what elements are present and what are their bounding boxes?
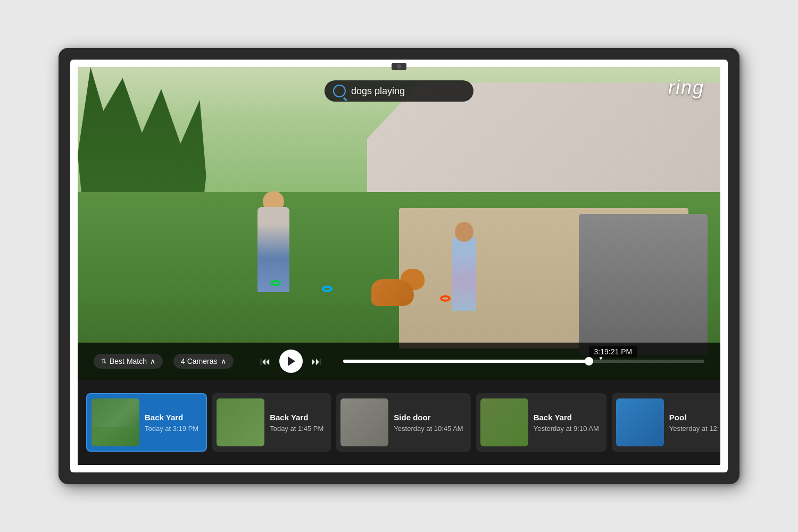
dog <box>371 269 425 311</box>
thumbnail-image <box>217 398 264 446</box>
thumbnail-image <box>616 398 664 446</box>
clip-thumbnail <box>92 398 139 446</box>
thumbnail-image <box>92 398 139 446</box>
toy-ring-3 <box>270 280 281 286</box>
video-area[interactable]: ring dogs playing <box>78 67 720 380</box>
timeline-thumb[interactable] <box>585 357 593 365</box>
thumbnail-image <box>480 398 528 446</box>
clip-item[interactable]: Back Yard Yesterday at 9:10 AM <box>476 393 606 452</box>
girl-body <box>452 237 476 311</box>
play-icon <box>288 356 295 366</box>
controls-bar: ⇅ Best Match ∧ 4 Cameras ∧ ⏮ ⏭ 3:19:21 <box>78 343 720 380</box>
clip-time: Yesterday at 12: <box>669 425 719 433</box>
video-background <box>78 67 720 380</box>
clip-time: Today at 1:45 PM <box>270 425 323 433</box>
clip-location: Side door <box>394 413 463 422</box>
figure-girl <box>452 237 476 311</box>
dog-body <box>371 279 414 306</box>
outdoor-kitchen <box>579 214 708 355</box>
clip-info: Side door Yesterday at 10:45 AM <box>394 413 463 433</box>
clip-info: Back Yard Yesterday at 9:10 AM <box>534 413 599 433</box>
clip-time: Yesterday at 9:10 AM <box>534 425 599 433</box>
clip-location: Pool <box>669 413 719 422</box>
clip-info: Pool Yesterday at 12: <box>669 413 719 433</box>
play-button[interactable] <box>279 350 303 373</box>
clips-row: Back Yard Today at 3:19 PM Back Yard Tod… <box>78 380 720 465</box>
cameras-button[interactable]: 4 Cameras ∧ <box>173 354 233 369</box>
sort-label: Best Match <box>110 357 147 365</box>
search-icon <box>333 85 346 97</box>
clip-item[interactable]: Back Yard Today at 1:45 PM <box>212 393 331 452</box>
clip-location: Back Yard <box>145 413 198 422</box>
sort-chevron: ∧ <box>150 357 155 365</box>
clip-item[interactable]: Side door Yesterday at 10:45 AM <box>336 393 470 452</box>
cameras-label: 4 Cameras <box>181 357 217 365</box>
clip-item[interactable]: Pool Yesterday at 12: <box>612 393 720 452</box>
clip-thumbnail <box>616 398 664 446</box>
timeline[interactable]: 3:19:21 PM ▼ <box>343 360 705 363</box>
clip-thumbnail <box>217 398 264 446</box>
clip-info: Back Yard Today at 1:45 PM <box>270 413 323 433</box>
clip-thumbnail <box>480 398 528 446</box>
ring-logo: ring <box>668 77 704 99</box>
screen: ring dogs playing ⇅ Best Match ∧ 4 Camer… <box>78 67 720 465</box>
sort-icon: ⇅ <box>101 358 106 365</box>
clip-location: Back Yard <box>534 413 599 422</box>
search-query: dogs playing <box>351 86 405 97</box>
tv-frame: ring dogs playing ⇅ Best Match ∧ 4 Camer… <box>59 48 739 484</box>
sort-button[interactable]: ⇅ Best Match ∧ <box>94 354 163 369</box>
timeline-progress <box>343 360 589 363</box>
camera-lens <box>397 64 401 69</box>
clip-time: Yesterday at 10:45 AM <box>394 425 463 433</box>
clip-info: Back Yard Today at 3:19 PM <box>145 413 198 433</box>
skip-forward-button[interactable]: ⏭ <box>311 355 322 368</box>
cameras-chevron: ∧ <box>221 357 226 365</box>
playback-controls: ⏮ ⏭ <box>260 350 322 373</box>
timeline-timestamp: 3:19:21 PM <box>589 346 638 358</box>
girl-head <box>455 222 473 242</box>
clip-item[interactable]: Back Yard Today at 3:19 PM <box>86 393 207 452</box>
clip-location: Back Yard <box>270 413 323 422</box>
clip-time: Today at 3:19 PM <box>145 425 198 433</box>
timeline-track[interactable] <box>343 360 705 363</box>
toy-ring-2 <box>440 295 451 302</box>
clip-thumbnail <box>340 398 388 446</box>
tv-bezel: ring dogs playing ⇅ Best Match ∧ 4 Camer… <box>70 60 728 472</box>
search-bar[interactable]: dogs playing <box>325 80 473 102</box>
skip-back-button[interactable]: ⏮ <box>260 355 271 368</box>
camera-notch <box>392 63 406 70</box>
thumbnail-image <box>340 398 388 446</box>
